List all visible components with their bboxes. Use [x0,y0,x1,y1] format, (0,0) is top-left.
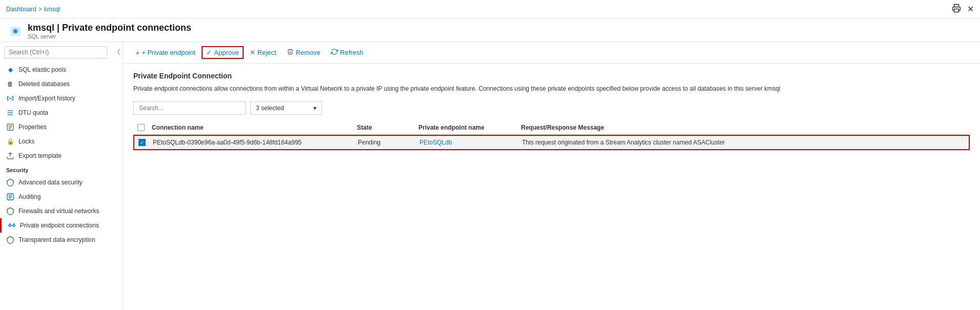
filter-search-input[interactable] [133,101,246,115]
svg-rect-0 [954,9,959,12]
sidebar-item-label: Auditing [18,193,41,200]
svg-point-3 [14,30,16,32]
remove-label: Remove [296,49,321,56]
sidebar-item-label: Private endpoint connections [20,222,99,229]
page-subtitle: SQL server [28,33,191,39]
toolbar: + + Private endpoint ✓ Approve ✕ Reject … [123,42,980,64]
reject-label: Reject [257,49,276,56]
message-header: Request/Response Message [517,124,970,131]
checkmark-icon: ✓ [206,49,212,56]
private-endpoint-icon [8,221,16,230]
locks-icon: 🔒 [6,137,14,146]
select-all-checkbox[interactable] [137,124,145,131]
table-header: Connection name State Private endpoint n… [133,121,970,135]
checkbox-header-cell [133,124,148,131]
connection-name-cell: PEtoSQLdb-0390e96a-aa0d-49f5-9d6b-148fd1… [149,139,354,146]
state-header: State [353,124,414,131]
section-content: Private Endpoint Connection Private endp… [123,64,980,158]
svg-point-16 [9,224,11,226]
breadcrumb-separator: > [38,6,42,13]
sidebar-item-properties[interactable]: Properties [0,120,123,134]
firewalls-icon [6,207,14,215]
approve-label: Approve [214,49,238,56]
message-cell: This request originated from a Stream An… [518,139,969,146]
content-area: + + Private endpoint ✓ Approve ✕ Reject … [123,42,980,310]
sidebar-item-label: Firewalls and virtual networks [18,208,99,215]
sidebar-item-sql-elastic-pools[interactable]: ◆ SQL elastic pools [0,63,123,77]
sidebar-item-dtu-quota[interactable]: DTU quota [0,106,123,120]
reject-icon: ✕ [250,49,255,56]
page-header: kmsql | Private endpoint connections SQL… [0,18,980,42]
remove-icon [287,48,294,57]
private-endpoint-name-cell[interactable]: PEtoSQLdb [415,139,518,146]
export-template-icon [6,152,14,160]
chevron-down-icon: ▾ [313,105,316,112]
sidebar-item-label: SQL elastic pools [18,66,66,73]
page-title: kmsql | Private endpoint connections [28,23,191,33]
main-layout: 《 ◆ SQL elastic pools 🗑 Deleted database… [0,42,980,310]
close-button[interactable]: ✕ [967,4,974,14]
search-row: 《 [0,42,123,63]
filter-select-label: 3 selected [256,105,284,112]
refresh-label: Refresh [340,49,364,56]
sidebar-item-deleted-databases[interactable]: 🗑 Deleted databases [0,77,123,91]
add-private-endpoint-label: + Private endpoint [142,49,195,56]
search-input[interactable] [4,46,107,58]
data-table: Connection name State Private endpoint n… [133,121,970,150]
sidebar-item-auditing[interactable]: Auditing [0,190,123,204]
filter-row: 3 selected ▾ [133,101,970,115]
sidebar-item-label: Import/Export history [18,95,75,102]
filter-select-dropdown[interactable]: 3 selected ▾ [250,101,322,115]
refresh-icon [331,48,338,57]
svg-point-17 [13,224,15,226]
private-endpoint-name-header: Private endpoint name [414,124,517,131]
sidebar: 《 ◆ SQL elastic pools 🗑 Deleted database… [0,42,123,310]
sidebar-item-label: Properties [18,123,47,131]
connection-name-header: Connection name [148,124,353,131]
sidebar-item-export-template[interactable]: Export template [0,149,123,163]
properties-icon [6,123,14,131]
sidebar-item-label: Export template [18,152,62,159]
row-checkbox-cell[interactable]: ✓ [134,139,149,146]
top-bar: Dashboard > kmsql ✕ [0,0,980,18]
sidebar-item-label: Deleted databases [18,80,70,88]
remove-button[interactable]: Remove [283,46,325,59]
section-title: Private Endpoint Connection [133,72,970,80]
sidebar-item-advanced-data-security[interactable]: Advanced data security [0,175,123,190]
sidebar-item-transparent-data-encryption[interactable]: Transparent data encryption [0,233,123,247]
breadcrumb-parent[interactable]: Dashboard [6,6,36,13]
section-description: Private endpoint connections allow conne… [133,84,970,93]
import-export-icon [6,94,14,102]
security-section-header: Security [0,163,123,175]
dtu-quota-icon [6,109,14,117]
advanced-data-security-icon [6,178,14,187]
refresh-button[interactable]: Refresh [327,46,368,59]
header-text: kmsql | Private endpoint connections SQL… [28,23,191,39]
table-row: ✓ PEtoSQLdb-0390e96a-aa0d-49f5-9d6b-148f… [133,135,970,150]
add-icon: + [135,49,139,57]
auditing-icon [6,193,14,201]
sidebar-item-private-endpoint-connections[interactable]: Private endpoint connections [0,218,123,233]
approve-button[interactable]: ✓ Approve [202,46,243,59]
state-cell: Pending [354,139,415,146]
add-private-endpoint-button[interactable]: + + Private endpoint [131,47,199,59]
sql-elastic-pools-icon: ◆ [6,66,14,74]
sidebar-item-label: DTU quota [18,109,48,116]
breadcrumb: Dashboard > kmsql [6,6,60,13]
sidebar-item-label: Advanced data security [18,179,83,186]
sidebar-item-label: Locks [18,138,34,145]
transparent-encryption-icon [6,236,14,244]
top-icons: ✕ [952,4,974,15]
deleted-databases-icon: 🗑 [6,80,14,88]
reject-button[interactable]: ✕ Reject [246,47,281,58]
server-icon [8,24,23,38]
sidebar-item-label: Transparent data encryption [18,236,95,243]
sidebar-item-locks[interactable]: 🔒 Locks [0,134,123,149]
sidebar-item-import-export-history[interactable]: Import/Export history [0,91,123,106]
sidebar-item-firewalls-virtual-networks[interactable]: Firewalls and virtual networks [0,204,123,218]
breadcrumb-current[interactable]: kmsql [44,6,60,13]
print-button[interactable] [952,4,961,15]
collapse-sidebar-button[interactable]: 《 [111,46,123,59]
row-checkbox[interactable]: ✓ [138,139,146,146]
